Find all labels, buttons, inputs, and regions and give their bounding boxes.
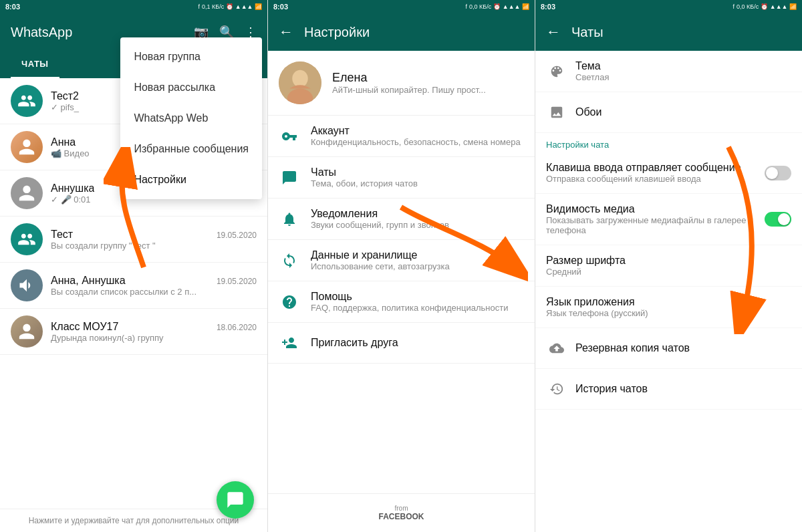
language-content: Язык приложения Язык телефона (русский) bbox=[546, 296, 791, 318]
avatar-class bbox=[11, 315, 43, 348]
chat-item-class[interactable]: Класс МОУ17 18.06.2020 Дурында покинул(-… bbox=[0, 309, 267, 355]
settings-item-invite[interactable]: Пригласить друга bbox=[268, 323, 535, 364]
history-content: История чатов bbox=[575, 383, 791, 395]
settings-item-chats[interactable]: Чаты Тема, обои, история чатов bbox=[268, 157, 535, 198]
person-add-icon bbox=[279, 332, 300, 354]
settings-row-history[interactable]: История чатов bbox=[535, 369, 802, 410]
status-icons-3: f 0,0 КБ/с ⏰ ▲▲▲ 📶 bbox=[733, 3, 797, 10]
settings-row-enter[interactable]: Клавиша ввода отправляет сообщение Отпра… bbox=[535, 152, 802, 194]
settings-header: ← Настройки bbox=[268, 13, 535, 51]
backup-icon bbox=[546, 338, 567, 359]
panel-chat-settings: 8:03 f 0,0 КБ/с ⏰ ▲▲▲ 📶 ← Чаты Тема Свет… bbox=[535, 0, 802, 532]
settings-row-theme[interactable]: Тема Светлая bbox=[535, 51, 802, 92]
history-icon bbox=[546, 378, 567, 400]
sync-icon bbox=[279, 250, 300, 271]
backup-content: Резервная копия чатов bbox=[575, 342, 791, 354]
chat-icon bbox=[279, 167, 300, 188]
profile-status: АйТи-шный копирайтер. Пишу прост... bbox=[332, 85, 524, 95]
enter-content: Клавиша ввода отправляет сообщение Отпра… bbox=[546, 162, 757, 184]
back-button-chats[interactable]: ← bbox=[546, 23, 561, 41]
chat-name-test: Тест bbox=[51, 229, 73, 241]
enter-toggle[interactable] bbox=[765, 166, 791, 180]
status-icons-1: f 0,1 КБ/с ⏰ ▲▲▲ 📶 bbox=[198, 3, 262, 10]
settings-text-invite: Пригласить друга bbox=[311, 337, 524, 349]
chat-info-class: Класс МОУ17 18.06.2020 Дурында покинул(-… bbox=[51, 321, 257, 343]
profile-avatar bbox=[279, 61, 321, 104]
settings-text-chats: Чаты Тема, обои, история чатов bbox=[311, 166, 524, 188]
chat-time-test: 19.05.2020 bbox=[217, 231, 257, 240]
chat-name-class: Класс МОУ17 bbox=[51, 321, 118, 333]
status-bar-1: 8:03 f 0,1 КБ/с ⏰ ▲▲▲ 📶 bbox=[0, 0, 267, 13]
theme-content: Тема Светлая bbox=[575, 60, 791, 82]
time-2: 8:03 bbox=[273, 3, 288, 11]
chats-title: Чаты bbox=[571, 25, 604, 40]
menu-settings[interactable]: Настройки bbox=[120, 164, 262, 195]
chat-item-test[interactable]: Тест 19.05.2020 Вы создали группу "Тест … bbox=[0, 217, 267, 263]
avatar-broadcast bbox=[11, 269, 43, 301]
media-content: Видимость медиа Показывать загруженные м… bbox=[546, 203, 757, 235]
from-label: from bbox=[279, 505, 524, 512]
settings-text-account: Аккаунт Конфиденциальность, безопасность… bbox=[311, 125, 524, 147]
chat-item-anna-annushka[interactable]: Анна, Аннушка 19.05.2020 Вы создали спис… bbox=[0, 263, 267, 309]
facebook-brand: FACEBOOK bbox=[279, 512, 524, 521]
chat-time-class: 18.06.2020 bbox=[217, 323, 257, 332]
panel-settings: 8:03 f 0,0 КБ/с ⏰ ▲▲▲ 📶 ← Настройки bbox=[267, 0, 535, 532]
key-icon bbox=[279, 126, 300, 147]
profile-info: Елена АйТи-шный копирайтер. Пишу прост..… bbox=[332, 71, 524, 95]
settings-title: Настройки bbox=[304, 25, 370, 40]
settings-row-wallpaper[interactable]: Обои bbox=[535, 92, 802, 133]
status-icons-2: f 0,0 КБ/с ⏰ ▲▲▲ 📶 bbox=[466, 3, 529, 10]
app-title: WhatsApp bbox=[11, 25, 72, 40]
fontsize-content: Размер шрифта Средний bbox=[546, 255, 791, 277]
menu-starred[interactable]: Избранные сообщения bbox=[120, 134, 262, 164]
context-menu: Новая группа Новая рассылка WhatsApp Web… bbox=[120, 37, 262, 199]
chat-preview-test: Вы создали группу "Тест " bbox=[51, 241, 257, 251]
chats-header: ← Чаты bbox=[535, 13, 802, 51]
settings-row-backup[interactable]: Резервная копия чатов bbox=[535, 328, 802, 369]
help-icon bbox=[279, 291, 300, 313]
wallpaper-icon bbox=[546, 102, 567, 123]
chat-settings-section: Настройки чата bbox=[535, 133, 802, 152]
menu-new-broadcast[interactable]: Новая рассылка bbox=[120, 72, 262, 103]
settings-text-data: Данные и хранилище Использование сети, а… bbox=[311, 249, 524, 271]
chat-name-test2: Тест2 bbox=[51, 90, 79, 102]
avatar-anna bbox=[11, 131, 43, 163]
menu-whatsapp-web[interactable]: WhatsApp Web bbox=[120, 103, 262, 134]
settings-row-language[interactable]: Язык приложения Язык телефона (русский) bbox=[535, 287, 802, 328]
settings-list: Аккаунт Конфиденциальность, безопасность… bbox=[268, 116, 535, 493]
back-button[interactable]: ← bbox=[279, 23, 293, 41]
settings-text-notifications: Уведомления Звуки сообщений, групп и зво… bbox=[311, 208, 524, 230]
status-bar-3: 8:03 f 0,0 КБ/с ⏰ ▲▲▲ 📶 bbox=[535, 0, 802, 13]
settings-item-data[interactable]: Данные и хранилище Использование сети, а… bbox=[268, 240, 535, 281]
wallpaper-content: Обои bbox=[575, 106, 791, 118]
settings-text-help: Помощь FAQ, поддержка, политика конфиден… bbox=[311, 291, 524, 313]
chat-name-anna: Анна bbox=[51, 136, 76, 148]
settings-row-media[interactable]: Видимость медиа Показывать загруженные м… bbox=[535, 194, 802, 245]
chat-info-anna-annushka: Анна, Аннушка 19.05.2020 Вы создали спис… bbox=[51, 275, 257, 297]
chat-preview-anna-annushka: Вы создали список рассылки с 2 п... bbox=[51, 287, 257, 297]
profile-section[interactable]: Елена АйТи-шный копирайтер. Пишу прост..… bbox=[268, 51, 535, 116]
avatar-test bbox=[11, 223, 43, 255]
time-1: 8:03 bbox=[5, 3, 20, 11]
theme-icon bbox=[546, 61, 567, 82]
settings-item-account[interactable]: Аккаунт Конфиденциальность, безопасность… bbox=[268, 116, 535, 157]
chat-preview-class: Дурында покинул(-а) группу bbox=[51, 333, 257, 343]
settings-item-help[interactable]: Помощь FAQ, поддержка, политика конфиден… bbox=[268, 281, 535, 323]
settings-row-fontsize[interactable]: Размер шрифта Средний bbox=[535, 245, 802, 287]
tab-chats[interactable]: ЧАТЫ bbox=[11, 51, 59, 78]
panel-chats: 8:03 f 0,1 КБ/с ⏰ ▲▲▲ 📶 WhatsApp 📷 🔍 ⋮ Ч… bbox=[0, 0, 267, 532]
chat-name-annushka: Аннушка bbox=[51, 182, 94, 194]
chat-time-anna-annushka: 19.05.2020 bbox=[217, 277, 257, 286]
time-3: 8:03 bbox=[541, 3, 555, 11]
menu-new-group[interactable]: Новая группа bbox=[120, 41, 262, 72]
new-chat-fab[interactable] bbox=[217, 481, 254, 519]
chat-info-test: Тест 19.05.2020 Вы создали группу "Тест … bbox=[51, 229, 257, 251]
chat-name-anna-annushka: Анна, Аннушка bbox=[51, 275, 126, 287]
bell-icon bbox=[279, 209, 300, 230]
profile-name: Елена bbox=[332, 71, 524, 85]
svg-point-1 bbox=[292, 70, 307, 88]
from-facebook: from FACEBOOK bbox=[268, 493, 535, 532]
settings-item-notifications[interactable]: Уведомления Звуки сообщений, групп и зво… bbox=[268, 198, 535, 240]
status-bar-2: 8:03 f 0,0 КБ/с ⏰ ▲▲▲ 📶 bbox=[268, 0, 535, 13]
media-toggle[interactable] bbox=[765, 212, 791, 227]
